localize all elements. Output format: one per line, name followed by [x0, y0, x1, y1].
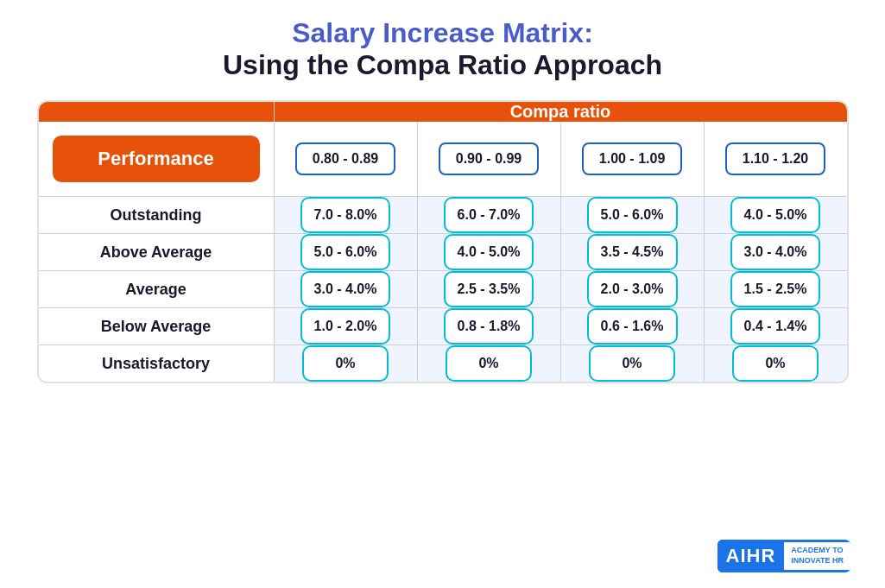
- value-badge-3-1: 0.8 - 1.8%: [444, 308, 534, 345]
- value-cell-4-1: 0%: [417, 345, 560, 383]
- ratio-badge-3: 1.00 - 1.09: [582, 142, 683, 175]
- table-row: Above Average5.0 - 6.0%4.0 - 5.0%3.5 - 4…: [39, 234, 847, 271]
- value-badge-2-1: 2.5 - 3.5%: [444, 271, 534, 307]
- matrix-wrapper: Compa ratio Performance 0.80 - 0.89 0.90…: [37, 100, 849, 383]
- value-badge-1-3: 3.0 - 4.0%: [730, 234, 821, 270]
- perf-label-1: Above Average: [39, 234, 275, 271]
- value-cell-2-3: 1.5 - 2.5%: [704, 271, 846, 308]
- title-line2: Using the Compa Ratio Approach: [223, 49, 662, 81]
- performance-label: Performance: [53, 136, 260, 182]
- value-cell-0-3: 4.0 - 5.0%: [704, 197, 846, 234]
- value-badge-3-0: 1.0 - 2.0%: [300, 308, 391, 345]
- aihr-brand: AIHR: [717, 540, 785, 572]
- aihr-tagline: ACADEMY TO INNOVATE HR: [784, 542, 850, 569]
- value-badge-3-3: 0.4 - 1.4%: [730, 308, 821, 345]
- ratio-header-col1: 0.80 - 0.89: [274, 122, 417, 197]
- value-badge-4-1: 0%: [446, 345, 532, 382]
- value-cell-3-0: 1.0 - 2.0%: [274, 308, 417, 345]
- value-badge-1-0: 5.0 - 6.0%: [300, 234, 391, 270]
- value-badge-4-2: 0%: [589, 345, 675, 382]
- title-container: Salary Increase Matrix: Using the Compa …: [223, 17, 662, 81]
- value-cell-4-3: 0%: [704, 345, 846, 383]
- table-row: Below Average1.0 - 2.0%0.8 - 1.8%0.6 - 1…: [39, 308, 847, 345]
- perf-label-2: Average: [39, 271, 275, 308]
- value-cell-4-2: 0%: [560, 345, 704, 383]
- value-cell-2-2: 2.0 - 3.0%: [560, 271, 704, 308]
- value-cell-2-0: 3.0 - 4.0%: [274, 271, 417, 308]
- aihr-tagline-line1: ACADEMY TO: [791, 546, 844, 556]
- perf-label-4: Unsatisfactory: [39, 345, 275, 383]
- ratio-badge-4: 1.10 - 1.20: [725, 142, 826, 175]
- value-cell-1-1: 4.0 - 5.0%: [417, 234, 560, 271]
- value-badge-4-3: 0%: [732, 345, 819, 382]
- compa-header-left: [39, 102, 275, 122]
- ratio-badge-1: 0.80 - 0.89: [295, 142, 396, 175]
- table-row: Average3.0 - 4.0%2.5 - 3.5%2.0 - 3.0%1.5…: [39, 271, 847, 308]
- matrix-table: Compa ratio Performance 0.80 - 0.89 0.90…: [39, 102, 847, 382]
- ratio-header-col2: 0.90 - 0.99: [417, 122, 560, 197]
- value-cell-1-0: 5.0 - 6.0%: [274, 234, 417, 271]
- value-badge-0-0: 7.0 - 8.0%: [300, 197, 391, 233]
- value-cell-3-1: 0.8 - 1.8%: [417, 308, 560, 345]
- value-badge-2-0: 3.0 - 4.0%: [300, 271, 391, 307]
- ratio-header-col4: 1.10 - 1.20: [704, 122, 846, 197]
- value-cell-3-3: 0.4 - 1.4%: [704, 308, 846, 345]
- compa-header-row: Compa ratio: [39, 102, 847, 122]
- value-badge-0-3: 4.0 - 5.0%: [730, 197, 821, 233]
- value-cell-0-0: 7.0 - 8.0%: [274, 197, 417, 234]
- value-cell-0-1: 6.0 - 7.0%: [417, 197, 560, 234]
- value-badge-3-2: 0.6 - 1.6%: [587, 308, 678, 345]
- aihr-tagline-line2: INNOVATE HR: [791, 556, 844, 566]
- value-badge-0-1: 6.0 - 7.0%: [444, 197, 534, 233]
- value-badge-1-2: 3.5 - 4.5%: [587, 234, 678, 270]
- value-badge-0-2: 5.0 - 6.0%: [587, 197, 678, 233]
- perf-header-row: Performance 0.80 - 0.89 0.90 - 0.99 1.00…: [39, 122, 847, 197]
- value-badge-2-2: 2.0 - 3.0%: [587, 271, 678, 307]
- table-row: Outstanding7.0 - 8.0%6.0 - 7.0%5.0 - 6.0…: [39, 197, 847, 234]
- ratio-badge-2: 0.90 - 0.99: [439, 142, 540, 175]
- value-cell-4-0: 0%: [274, 345, 417, 383]
- table-row: Unsatisfactory0%0%0%0%: [39, 345, 847, 383]
- value-cell-1-2: 3.5 - 4.5%: [560, 234, 704, 271]
- perf-label-3: Below Average: [39, 308, 275, 345]
- aihr-logo: AIHR ACADEMY TO INNOVATE HR: [717, 540, 850, 572]
- value-cell-3-2: 0.6 - 1.6%: [560, 308, 704, 345]
- value-badge-1-1: 4.0 - 5.0%: [444, 234, 534, 270]
- value-cell-2-1: 2.5 - 3.5%: [417, 271, 560, 308]
- value-cell-0-2: 5.0 - 6.0%: [560, 197, 704, 234]
- value-badge-4-0: 0%: [302, 345, 389, 382]
- value-badge-2-3: 1.5 - 2.5%: [730, 271, 821, 307]
- perf-label-0: Outstanding: [39, 197, 275, 234]
- compa-ratio-header: Compa ratio: [274, 102, 847, 122]
- ratio-header-col3: 1.00 - 1.09: [560, 122, 704, 197]
- value-cell-1-3: 3.0 - 4.0%: [704, 234, 846, 271]
- title-line1: Salary Increase Matrix:: [223, 17, 662, 49]
- performance-header-cell: Performance: [39, 122, 275, 197]
